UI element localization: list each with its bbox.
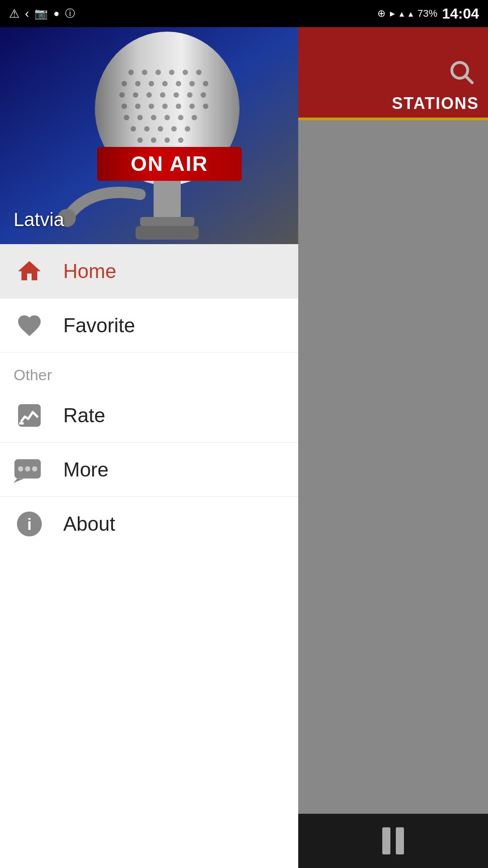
svg-point-6	[183, 70, 188, 75]
svg-point-32	[164, 115, 170, 120]
svg-point-2	[128, 70, 134, 75]
sidebar-item-home[interactable]: Home	[0, 244, 298, 298]
wifi-icon: ▸	[390, 8, 395, 19]
svg-point-16	[133, 92, 138, 98]
camera-icon: ⓘ	[65, 7, 75, 20]
svg-point-56	[32, 466, 38, 472]
more-label: More	[63, 458, 108, 481]
pause-bar-right	[396, 827, 404, 854]
favorite-label: Favorite	[63, 314, 135, 337]
svg-point-35	[131, 126, 136, 132]
svg-point-7	[196, 70, 202, 75]
sidebar-item-rate[interactable]: Rate	[0, 388, 298, 443]
svg-point-3	[142, 70, 147, 75]
svg-point-27	[189, 104, 195, 109]
battery-indicator: 73%	[418, 8, 437, 19]
svg-point-29	[124, 115, 129, 120]
image-icon: 📷	[34, 7, 48, 20]
svg-point-14	[203, 81, 208, 86]
sidebar-item-about[interactable]: i About	[0, 497, 298, 551]
svg-point-55	[25, 466, 30, 472]
status-bar-left: ⚠ ‹ 📷 ● ⓘ	[9, 6, 75, 21]
about-label: About	[63, 513, 115, 535]
rate-icon	[14, 400, 45, 431]
svg-point-21	[201, 92, 206, 98]
svg-point-42	[164, 137, 170, 143]
home-icon	[14, 255, 45, 287]
svg-text:i: i	[27, 515, 32, 533]
svg-point-8	[122, 81, 127, 86]
svg-point-9	[135, 81, 141, 86]
stations-label: STATIONS	[392, 94, 479, 113]
svg-point-36	[144, 126, 150, 132]
svg-rect-48	[136, 226, 199, 240]
signal-icon-2: ▴	[408, 8, 413, 19]
svg-point-43	[178, 137, 183, 143]
svg-text:ON AIR: ON AIR	[131, 152, 208, 175]
svg-marker-53	[14, 478, 24, 483]
svg-point-34	[192, 115, 197, 120]
svg-point-38	[171, 126, 177, 132]
svg-point-13	[189, 81, 195, 86]
svg-rect-47	[140, 217, 194, 226]
add-icon: ⊕	[377, 8, 385, 19]
svg-point-23	[135, 104, 141, 109]
svg-point-31	[151, 115, 156, 120]
svg-point-39	[185, 126, 190, 132]
pause-bar-left	[382, 827, 390, 854]
svg-point-5	[169, 70, 174, 75]
svg-point-28	[203, 104, 208, 109]
svg-point-30	[137, 115, 143, 120]
player-bar[interactable]	[298, 814, 488, 868]
svg-point-11	[162, 81, 168, 86]
status-time: 14:04	[442, 5, 479, 22]
rate-label: Rate	[63, 404, 105, 427]
status-bar: ⚠ ‹ 📷 ● ⓘ ⊕ ▸ ▴ ▴ 73% 14:04	[0, 0, 488, 27]
navigation-drawer: ON AIR Latvia Home	[0, 27, 298, 868]
svg-rect-46	[154, 181, 181, 217]
svg-point-41	[151, 137, 156, 143]
svg-point-19	[174, 92, 179, 98]
heart-icon	[14, 310, 45, 341]
menu-list: Home Favorite Other	[0, 244, 298, 868]
svg-point-12	[176, 81, 181, 86]
circle-icon: ●	[53, 8, 59, 19]
svg-point-37	[158, 126, 163, 132]
svg-point-10	[149, 81, 154, 86]
svg-line-60	[465, 76, 472, 83]
svg-point-24	[149, 104, 154, 109]
info-icon: i	[14, 508, 45, 540]
right-panel: STATIONS	[298, 27, 488, 868]
status-bar-right: ⊕ ▸ ▴ ▴ 73% 14:04	[377, 5, 479, 22]
signal-icon-1: ▴	[399, 8, 404, 19]
svg-point-40	[137, 137, 143, 143]
hero-country-label: Latvia	[14, 209, 64, 231]
alert-icon: ⚠	[9, 7, 19, 21]
hero-image: ON AIR Latvia	[0, 27, 298, 244]
back-icon[interactable]: ‹	[25, 6, 29, 21]
svg-point-26	[176, 104, 181, 109]
svg-point-25	[162, 104, 168, 109]
search-button[interactable]	[447, 58, 474, 87]
home-label: Home	[63, 260, 116, 283]
svg-point-54	[18, 466, 23, 472]
right-panel-header: STATIONS	[298, 27, 488, 118]
svg-point-4	[155, 70, 161, 75]
svg-point-18	[160, 92, 165, 98]
svg-point-15	[119, 92, 125, 98]
main-layout: ON AIR Latvia Home	[0, 27, 488, 868]
other-section-header: Other	[0, 353, 298, 388]
more-icon	[14, 454, 45, 486]
svg-point-20	[187, 92, 192, 98]
sidebar-item-favorite[interactable]: Favorite	[0, 298, 298, 353]
pause-button[interactable]	[382, 827, 404, 854]
sidebar-item-more[interactable]: More	[0, 443, 298, 497]
right-panel-content	[298, 120, 488, 814]
svg-point-33	[178, 115, 183, 120]
svg-point-22	[122, 104, 127, 109]
svg-point-17	[146, 92, 152, 98]
